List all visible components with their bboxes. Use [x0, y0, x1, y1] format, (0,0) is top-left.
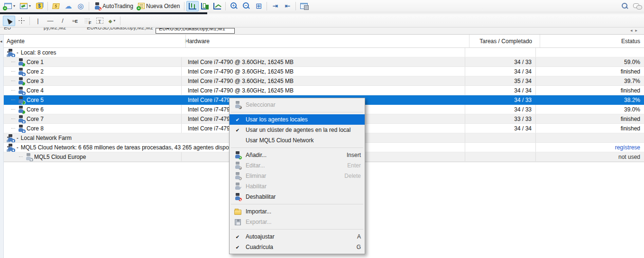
menu-item-label: Importar...: [246, 208, 361, 215]
menu-item-cuadricula[interactable]: Cuadrícula G: [230, 242, 365, 252]
agent-name: Local Network Farm: [21, 135, 72, 141]
auto-scroll-icon: [272, 2, 278, 9]
collapse-toggle[interactable]: -: [17, 145, 18, 150]
agents-group-icon: [7, 134, 14, 142]
context-menu: Seleccionar Usar los agentes locales Usa…: [229, 98, 365, 254]
line-chart-button[interactable]: [211, 1, 223, 11]
agent-name: Core 5: [27, 97, 44, 103]
status-cell: finished: [536, 86, 644, 95]
search-button[interactable]: [618, 1, 631, 11]
new-order-button[interactable]: Nueva Orden: [136, 1, 182, 11]
menu-item-label: Cuadrícula: [246, 244, 351, 250]
mql5-book-button[interactable]: [50, 1, 62, 11]
table-row-local-group[interactable]: -Local: 8 cores: [4, 48, 644, 57]
menu-shortcut: Enter: [347, 162, 361, 169]
auto-scroll-button[interactable]: [269, 1, 281, 11]
column-header-agente[interactable]: Agente: [7, 35, 25, 47]
separator: [184, 2, 184, 10]
templates-button[interactable]: [298, 1, 310, 11]
menu-shortcut: Insert: [347, 152, 361, 158]
shapes-button[interactable]: ▾: [106, 16, 118, 26]
menu-item-deshabilitar[interactable]: Deshabilitar: [230, 192, 365, 202]
menu-item-seleccionar: Seleccionar: [230, 100, 365, 110]
menu-item-usar-mql5-cloud-network[interactable]: Usar MQL5 Cloud Network: [230, 135, 365, 146]
menu-item-usar-cluster-red-local[interactable]: Usar un clúster de agentes en la red loc…: [230, 125, 365, 135]
separator: [89, 2, 89, 10]
bar-chart-button[interactable]: [186, 1, 199, 11]
agent-name: Core 1: [27, 59, 44, 65]
horizontal-line-button[interactable]: [44, 16, 56, 26]
horizontal-line-icon: [47, 17, 54, 24]
hardware-cell: Intel Core i7-4790 @ 3.60GHz, 16245 MB: [182, 86, 465, 95]
vertical-line-button[interactable]: [32, 16, 44, 26]
agents-group-icon: [7, 49, 14, 56]
panel-left-edge[interactable]: ◂: [0, 35, 4, 258]
autotrading-button[interactable]: AutoTrading: [91, 1, 136, 11]
candlestick-chart-button[interactable]: [199, 1, 211, 11]
table-row-core3[interactable]: Core 3 Intel Core i7-4790 @ 3.60GHz, 162…: [4, 76, 644, 86]
table-row-core1[interactable]: Core 1 Intel Core i7-4790 @ 3.60GHz, 162…: [4, 57, 644, 67]
trend-line-button[interactable]: [56, 16, 69, 26]
cursor-button[interactable]: [3, 16, 15, 26]
crosshair-button[interactable]: [15, 16, 28, 26]
chart-tab-active[interactable]: EURUSD,Dukascopy,M1,M1: [156, 28, 235, 34]
autotrading-label: AutoTrading: [102, 3, 133, 9]
column-header-hardware[interactable]: Hardware: [185, 35, 210, 47]
community-button[interactable]: [62, 1, 74, 11]
text-tool-button[interactable]: [93, 16, 106, 26]
agent-enable-icon: [234, 183, 241, 190]
table-row-core2[interactable]: Core 2 Intel Core i7-4790 @ 3.60GHz, 162…: [4, 67, 644, 76]
agent-finished-icon: [17, 125, 25, 132]
fibonacci-button[interactable]: [81, 16, 93, 26]
collapse-toggle[interactable]: -: [17, 50, 18, 55]
chat-button[interactable]: [631, 1, 644, 11]
signals-button[interactable]: [74, 1, 87, 11]
menu-item-label: Usar un clúster de agentes en la red loc…: [246, 127, 361, 133]
agent-cloud-off-icon: [25, 153, 32, 161]
chart-shift-button[interactable]: [281, 1, 294, 11]
table-row-core4[interactable]: Core 4 Intel Core i7-4790 @ 3.60GHz, 162…: [4, 86, 644, 95]
menu-item-anadir[interactable]: Añadir... Insert: [230, 150, 365, 160]
chart-tab[interactable]: EURUSD,Dukascopy,M2,M2: [87, 28, 153, 30]
zoom-out-button[interactable]: [240, 1, 252, 11]
column-header-tareas[interactable]: Tareas / Completado: [479, 35, 532, 47]
agent-delete-icon: [234, 172, 241, 180]
elliott-wave-button[interactable]: [69, 16, 81, 26]
check-icon: [236, 244, 239, 250]
signals-icon: [77, 2, 83, 10]
new-chart-button[interactable]: ▾: [2, 1, 18, 11]
column-header-estatus[interactable]: Estatus: [621, 35, 640, 47]
collapse-toggle[interactable]: -: [17, 135, 18, 140]
hardware-cell: Intel Core i7-4790 @ 3.60GHz, 16245 MB: [182, 76, 465, 85]
trend-line-icon: [62, 17, 64, 24]
agent-name: MQL5 Cloud Network: 6 658 millones de ta…: [21, 144, 244, 151]
fibonacci-icon: [84, 18, 91, 24]
chat-icon: [633, 3, 642, 9]
zoom-in-button[interactable]: [228, 1, 240, 11]
agent-name: Core 7: [27, 116, 44, 122]
agent-name: Local: 8 cores: [21, 49, 56, 56]
status-cell: 39.0%: [536, 105, 644, 114]
menu-item-usar-agentes-locales[interactable]: Usar los agentes locales: [230, 114, 365, 125]
agent-finished-icon: [17, 115, 25, 123]
menu-item-importar[interactable]: Importar...: [230, 206, 365, 217]
profiles-button[interactable]: ▾: [18, 1, 33, 11]
chart-tab[interactable]: py,M2,M2: [44, 28, 66, 30]
hardware-cell: Intel Core i7-4790 @ 3.60GHz, 16245 MB: [182, 57, 465, 66]
chart-tab[interactable]: EU: [4, 28, 11, 30]
agent-running-icon: [17, 58, 25, 66]
agent-name: Core 8: [27, 125, 44, 132]
menu-item-label: Añadir...: [246, 152, 341, 158]
market-watch-button[interactable]: [33, 1, 46, 11]
menu-separator: [231, 112, 363, 112]
menu-item-habilitar: Habilitar: [230, 181, 365, 192]
agent-finished-icon: [17, 87, 25, 94]
separator: [267, 2, 267, 10]
menu-item-autoajustar[interactable]: Autoajustar A: [230, 231, 365, 242]
register-link[interactable]: regístrese: [615, 144, 640, 151]
tile-windows-button[interactable]: [252, 1, 265, 11]
menu-separator: [231, 204, 363, 204]
separator: [47, 2, 48, 10]
chevron-down-icon: ▾: [13, 4, 15, 8]
tab-scroll-arrows[interactable]: ◂▸: [630, 28, 640, 33]
